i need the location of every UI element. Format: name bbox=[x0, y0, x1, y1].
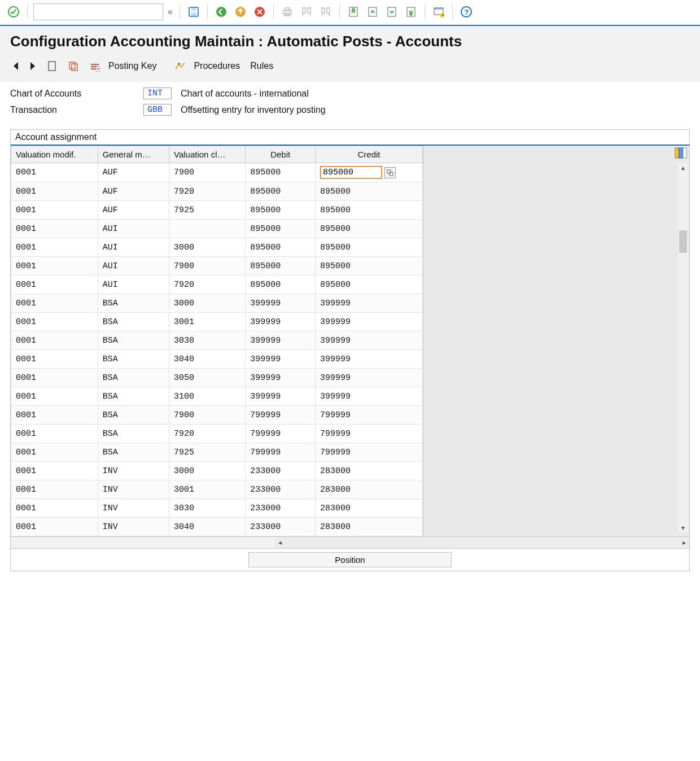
cell-gm[interactable]: BSA bbox=[98, 331, 169, 350]
enter-icon[interactable] bbox=[6, 4, 21, 20]
cell-vc[interactable]: 3001 bbox=[169, 480, 246, 499]
horizontal-scrollbar[interactable]: ◂ ▸ bbox=[11, 536, 689, 548]
cell-debit[interactable]: 399999 bbox=[246, 350, 316, 369]
table-settings-icon[interactable] bbox=[675, 147, 687, 159]
table-row[interactable]: 0001BSA3050399999399999 bbox=[11, 369, 423, 387]
cell-vc[interactable]: 7900 bbox=[169, 406, 246, 425]
cell-credit[interactable]: 399999 bbox=[316, 331, 423, 350]
cell-credit[interactable]: 799999 bbox=[316, 443, 423, 462]
cell-gm[interactable]: INV bbox=[98, 462, 169, 480]
cell-vm[interactable]: 0001 bbox=[11, 462, 98, 480]
account-assignment-table[interactable]: Valuation modif. General m… Valuation cl… bbox=[11, 146, 423, 536]
cell-gm[interactable]: BSA bbox=[98, 406, 169, 425]
cell-vm[interactable]: 0001 bbox=[11, 369, 98, 387]
scroll-down-icon[interactable]: ▾ bbox=[678, 523, 688, 533]
cell-debit[interactable]: 799999 bbox=[246, 425, 316, 443]
cell-gm[interactable]: AUI bbox=[98, 220, 169, 238]
cell-vc[interactable]: 3030 bbox=[169, 499, 246, 518]
cell-vc[interactable]: 3001 bbox=[169, 313, 246, 331]
col-valuation-class[interactable]: Valuation cl… bbox=[169, 146, 246, 163]
cell-gm[interactable]: INV bbox=[98, 499, 169, 518]
cell-credit[interactable]: 895000 bbox=[316, 275, 423, 294]
cell-credit[interactable]: 399999 bbox=[316, 369, 423, 387]
table-row[interactable]: 0001BSA7900799999799999 bbox=[11, 406, 423, 425]
save-icon[interactable] bbox=[186, 4, 202, 20]
cell-vm[interactable]: 0001 bbox=[11, 238, 98, 257]
cell-credit[interactable]: 895000 bbox=[316, 238, 423, 257]
cancel-icon[interactable] bbox=[252, 4, 268, 20]
cell-vm[interactable]: 0001 bbox=[11, 499, 98, 518]
cell-credit[interactable]: 399999 bbox=[316, 387, 423, 406]
help-icon[interactable]: ? bbox=[458, 4, 474, 20]
table-row[interactable]: 0001BSA7920799999799999 bbox=[11, 425, 423, 443]
cell-credit[interactable]: 283000 bbox=[316, 518, 423, 536]
cell-vm[interactable]: 0001 bbox=[11, 163, 98, 182]
cell-gm[interactable]: AUF bbox=[98, 163, 169, 182]
scroll-up-icon[interactable]: ▴ bbox=[678, 163, 688, 173]
table-row[interactable]: 0001AUF7900895000 bbox=[11, 163, 423, 182]
cell-debit[interactable]: 233000 bbox=[246, 499, 316, 518]
cell-gm[interactable]: AUI bbox=[98, 238, 169, 257]
col-credit[interactable]: Credit bbox=[316, 146, 423, 163]
table-row[interactable]: 0001INV3000233000283000 bbox=[11, 462, 423, 480]
cell-vc[interactable]: 7920 bbox=[169, 275, 246, 294]
cell-vc[interactable]: 3040 bbox=[169, 518, 246, 536]
cell-gm[interactable]: BSA bbox=[98, 294, 169, 313]
cell-credit[interactable]: 283000 bbox=[316, 480, 423, 499]
cell-vm[interactable]: 0001 bbox=[11, 294, 98, 313]
next-page-icon[interactable] bbox=[384, 4, 400, 20]
cell-credit[interactable]: 895000 bbox=[316, 257, 423, 275]
table-row[interactable]: 0001AUF7920895000895000 bbox=[11, 182, 423, 201]
cell-vc[interactable] bbox=[169, 220, 246, 238]
cell-gm[interactable]: BSA bbox=[98, 425, 169, 443]
cell-credit[interactable]: 283000 bbox=[316, 462, 423, 480]
cell-debit[interactable]: 799999 bbox=[246, 443, 316, 462]
table-row[interactable]: 0001AUF7925895000895000 bbox=[11, 201, 423, 220]
cell-credit[interactable]: 895000 bbox=[316, 182, 423, 201]
first-page-icon[interactable] bbox=[345, 4, 361, 20]
new-session-icon[interactable]: ✦ bbox=[431, 4, 447, 20]
value-help-icon[interactable] bbox=[384, 167, 396, 178]
cell-vm[interactable]: 0001 bbox=[11, 201, 98, 220]
credit-input[interactable] bbox=[320, 166, 382, 179]
cell-gm[interactable]: BSA bbox=[98, 369, 169, 387]
cell-vc[interactable]: 3040 bbox=[169, 350, 246, 369]
new-entries-icon[interactable] bbox=[44, 58, 60, 74]
cell-vc[interactable]: 7900 bbox=[169, 163, 246, 182]
cell-gm[interactable]: BSA bbox=[98, 350, 169, 369]
delete-icon[interactable] bbox=[87, 58, 103, 74]
table-row[interactable]: 0001BSA3001399999399999 bbox=[11, 313, 423, 331]
cell-debit[interactable]: 895000 bbox=[246, 220, 316, 238]
cell-debit[interactable]: 895000 bbox=[246, 201, 316, 220]
table-row[interactable]: 0001INV3040233000283000 bbox=[11, 518, 423, 536]
cell-credit[interactable]: 399999 bbox=[316, 294, 423, 313]
cell-vm[interactable]: 0001 bbox=[11, 350, 98, 369]
procedures-button[interactable]: Procedures bbox=[194, 61, 240, 71]
cell-debit[interactable]: 233000 bbox=[246, 462, 316, 480]
cell-vm[interactable]: 0001 bbox=[11, 182, 98, 201]
cell-vc[interactable]: 3000 bbox=[169, 238, 246, 257]
scroll-right-icon[interactable]: ▸ bbox=[679, 537, 689, 548]
cell-gm[interactable]: INV bbox=[98, 480, 169, 499]
table-row[interactable]: 0001AUI895000895000 bbox=[11, 220, 423, 238]
cell-vc[interactable]: 7920 bbox=[169, 425, 246, 443]
col-valuation-modif[interactable]: Valuation modif. bbox=[11, 146, 98, 163]
cell-gm[interactable]: AUF bbox=[98, 201, 169, 220]
cell-vc[interactable]: 3100 bbox=[169, 387, 246, 406]
table-row[interactable]: 0001BSA7925799999799999 bbox=[11, 443, 423, 462]
cell-debit[interactable]: 895000 bbox=[246, 257, 316, 275]
cell-vc[interactable]: 7920 bbox=[169, 182, 246, 201]
cell-vc[interactable]: 3030 bbox=[169, 331, 246, 350]
cell-credit[interactable]: 399999 bbox=[316, 350, 423, 369]
table-row[interactable]: 0001INV3001233000283000 bbox=[11, 480, 423, 499]
cell-vc[interactable]: 3050 bbox=[169, 369, 246, 387]
cell-gm[interactable]: INV bbox=[98, 518, 169, 536]
command-field[interactable] bbox=[33, 3, 163, 20]
cell-debit[interactable]: 233000 bbox=[246, 480, 316, 499]
col-debit[interactable]: Debit bbox=[246, 146, 316, 163]
cell-credit[interactable]: 799999 bbox=[316, 425, 423, 443]
posting-key-button[interactable]: Posting Key bbox=[108, 61, 156, 71]
copy-icon[interactable] bbox=[65, 58, 81, 74]
cell-credit[interactable]: 895000 bbox=[316, 220, 423, 238]
cell-gm[interactable]: AUI bbox=[98, 257, 169, 275]
